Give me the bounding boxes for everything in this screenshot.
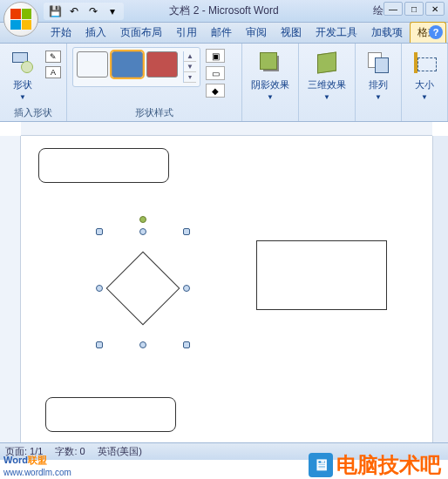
watermark-wordlm: Word联盟 www.wordlm.com [3, 454, 71, 477]
vertical-ruler[interactable] [0, 136, 21, 444]
size-icon [411, 49, 438, 77]
group-arrange: 排列 ▼ [356, 44, 402, 121]
chevron-down-icon: ▼ [375, 93, 382, 101]
titlebar: 💾 ↶ ↷ ▾ 文档 2 - Microsoft Word 绘 ― □ ✕ [0, 0, 448, 23]
shadow-icon [256, 49, 284, 77]
gallery-up-icon[interactable]: ▲ [184, 51, 196, 62]
group-size: 大小 ▼ [402, 44, 448, 121]
style-swatch-blue[interactable] [112, 51, 143, 78]
style-swatch-red[interactable] [146, 51, 178, 78]
edit-shape-button[interactable]: ✎ [45, 51, 61, 63]
resize-handle[interactable] [139, 341, 146, 348]
resize-handle[interactable] [183, 341, 190, 348]
shape-rounded-rect-top[interactable] [38, 148, 169, 183]
tab-references[interactable]: 引用 [169, 23, 204, 43]
style-swatch-black[interactable] [77, 51, 108, 78]
document-area [0, 122, 448, 444]
watermark-site: 🖥 电脑技术吧 [309, 451, 441, 479]
page-canvas[interactable] [21, 136, 432, 444]
redo-icon[interactable]: ↷ [85, 3, 101, 19]
status-language[interactable]: 英语(美国) [98, 445, 142, 458]
tab-home[interactable]: 开始 [44, 23, 78, 43]
gallery-down-icon[interactable]: ▼ [184, 62, 196, 72]
tab-insert[interactable]: 插入 [78, 23, 113, 43]
group-label-shape-styles: 形状样式 [72, 105, 236, 119]
group-threed: 三维效果 ▼ [299, 44, 356, 121]
close-button[interactable]: ✕ [425, 2, 445, 16]
chevron-down-icon: ▼ [323, 93, 330, 101]
save-icon[interactable]: 💾 [47, 3, 63, 19]
minimize-button[interactable]: ― [384, 2, 403, 16]
group-label-insert-shape: 插入形状 [5, 105, 61, 119]
rotate-handle-icon[interactable] [139, 216, 146, 223]
shape-diamond-selected[interactable] [99, 232, 187, 345]
quick-access-toolbar: 💾 ↶ ↷ ▾ [44, 3, 124, 20]
ribbon-tabbar: 开始 插入 页面布局 引用 邮件 审阅 视图 开发工具 加载项 格式 ? [0, 23, 448, 44]
undo-icon[interactable]: ↶ [66, 3, 82, 19]
shapes-icon [10, 51, 35, 75]
tool-context-label: 绘 [373, 3, 384, 18]
shape-rounded-rect-bottom[interactable] [45, 397, 176, 432]
shapes-button[interactable]: 形状 ▼ [5, 47, 40, 103]
vertical-scrollbar[interactable] [432, 136, 448, 444]
chevron-down-icon: ▼ [267, 93, 274, 101]
office-button[interactable] [3, 2, 38, 37]
horizontal-ruler[interactable] [21, 122, 432, 136]
office-logo-icon [10, 9, 31, 30]
resize-handle[interactable] [183, 228, 190, 235]
gallery-more-icon[interactable]: ▾ [184, 72, 196, 83]
shape-rectangle-right[interactable] [256, 240, 387, 310]
window-title: 文档 2 - Microsoft Word [169, 3, 278, 18]
resize-handle[interactable] [96, 285, 103, 292]
group-shadow: 阴影效果 ▼ [242, 44, 299, 121]
group-shape-styles: ▲ ▼ ▾ ▣ ▭ ◆ 形状样式 [67, 44, 242, 121]
chevron-down-icon: ▼ [19, 93, 26, 101]
threed-icon [313, 49, 341, 77]
resize-handle[interactable] [96, 228, 103, 235]
tab-view[interactable]: 视图 [274, 23, 309, 43]
arrange-icon [364, 49, 392, 77]
tab-addins[interactable]: 加载项 [364, 23, 410, 43]
tab-mailings[interactable]: 邮件 [204, 23, 239, 43]
shape-style-gallery: ▲ ▼ ▾ [72, 47, 200, 87]
shape-outline-button[interactable]: ▭ [206, 66, 225, 80]
tab-review[interactable]: 审阅 [239, 23, 274, 43]
tab-developer[interactable]: 开发工具 [309, 23, 364, 43]
shape-fill-button[interactable]: ▣ [206, 49, 225, 63]
text-box-button[interactable]: A [45, 66, 61, 78]
threed-effects-button[interactable]: 三维效果 ▼ [304, 47, 350, 103]
help-icon[interactable]: ? [429, 25, 443, 39]
resize-handle[interactable] [139, 228, 146, 235]
shadow-effects-button[interactable]: 阴影效果 ▼ [248, 47, 293, 103]
maximize-button[interactable]: □ [404, 2, 424, 16]
change-shape-button[interactable]: ◆ [206, 84, 225, 98]
size-button[interactable]: 大小 ▼ [407, 47, 442, 103]
window-controls: ― □ ✕ [384, 2, 445, 16]
tab-page-layout[interactable]: 页面布局 [113, 23, 169, 43]
qat-dropdown-icon[interactable]: ▾ [105, 3, 120, 19]
resize-handle[interactable] [183, 285, 190, 292]
group-insert-shape: 形状 ▼ ✎ A 插入形状 [0, 44, 67, 121]
resize-handle[interactable] [96, 341, 103, 348]
ribbon: 形状 ▼ ✎ A 插入形状 ▲ ▼ ▾ ▣ [0, 44, 448, 122]
chevron-down-icon: ▼ [421, 93, 428, 101]
watermark-monitor-icon: 🖥 [309, 453, 333, 477]
arrange-button[interactable]: 排列 ▼ [361, 47, 396, 103]
